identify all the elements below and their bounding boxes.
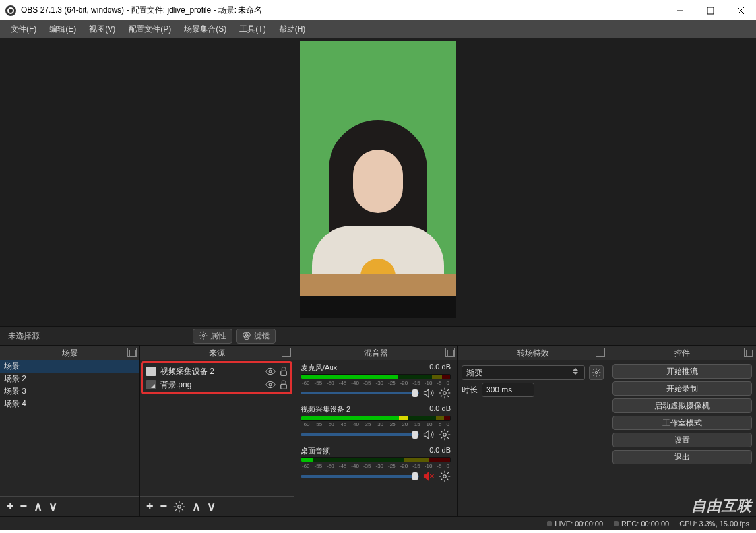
menu-edit[interactable]: 编辑(E)	[43, 24, 82, 35]
control-button[interactable]: 启动虚拟摄像机	[612, 398, 752, 413]
scene-item[interactable]: 场景	[0, 360, 139, 373]
camera-icon	[146, 367, 156, 376]
control-button[interactable]: 设置	[612, 433, 752, 447]
source-toolbar: 未选择源 属性 滤镜	[0, 326, 756, 346]
svg-point-17	[443, 475, 447, 478]
transition-settings-button[interactable]	[589, 365, 604, 380]
scenes-panel: 场景 场景 场景 2 场景 3 场景 4 + − ∧ ∨	[0, 346, 140, 516]
svg-point-8	[269, 370, 272, 373]
sources-panel: 来源 视频采集设备 2 背景.png + − ∧	[140, 346, 294, 516]
docks: 场景 场景 场景 2 场景 3 场景 4 + − ∧ ∨ 来源 视频采集设备 2	[0, 346, 756, 516]
svg-point-10	[269, 383, 272, 386]
svg-rect-9	[281, 371, 286, 375]
window-title: OBS 27.1.3 (64-bit, windows) - 配置文件: jdl…	[21, 5, 665, 16]
remove-scene-button[interactable]: −	[20, 499, 28, 513]
close-button[interactable]	[726, 0, 756, 20]
svg-point-14	[443, 433, 447, 437]
scene-item[interactable]: 场景 2	[0, 373, 139, 385]
preview-canvas[interactable]	[300, 41, 456, 318]
svg-point-4	[202, 334, 205, 337]
transitions-header: 转场特效	[458, 346, 608, 360]
popout-icon[interactable]	[744, 348, 753, 357]
move-down-button[interactable]: ∨	[49, 499, 57, 514]
image-icon	[146, 380, 156, 389]
control-button[interactable]: 退出	[612, 450, 752, 464]
volume-slider[interactable]	[301, 475, 419, 478]
remove-source-button[interactable]: −	[160, 499, 168, 513]
visibility-icon[interactable]	[265, 381, 276, 389]
source-settings-button[interactable]	[173, 501, 185, 513]
mixer-header: 混音器	[294, 346, 457, 360]
channel-name: 桌面音频	[301, 446, 330, 456]
channel-db: 0.0 dB	[429, 404, 451, 414]
transition-select[interactable]: 渐变	[462, 365, 585, 380]
no-source-label: 未选择源	[0, 330, 47, 342]
svg-rect-11	[281, 384, 286, 389]
status-live: LIVE: 00:00:00	[555, 520, 603, 528]
title-bar: OBS 27.1.3 (64-bit, windows) - 配置文件: jdl…	[0, 0, 756, 20]
duration-spin[interactable]: 300 ms	[482, 383, 534, 397]
volume-slider[interactable]	[301, 433, 419, 436]
controls-header: 控件	[608, 346, 756, 360]
channel-settings-button[interactable]	[439, 470, 451, 482]
menu-tools[interactable]: 工具(T)	[233, 24, 272, 35]
menu-profile[interactable]: 配置文件(P)	[122, 24, 177, 35]
source-item[interactable]: 背景.png	[144, 378, 289, 391]
sources-footer: + − ∧ ∨	[140, 496, 294, 516]
lock-icon[interactable]	[280, 380, 288, 389]
move-down-button[interactable]: ∨	[207, 499, 216, 514]
filters-button[interactable]: 滤镜	[236, 329, 276, 344]
control-button[interactable]: 开始推流	[612, 364, 752, 379]
popout-icon[interactable]	[596, 348, 605, 357]
channel-name: 视频采集设备 2	[301, 404, 350, 414]
maximize-button[interactable]	[695, 0, 726, 20]
preview-area[interactable]	[0, 38, 756, 326]
scenes-header: 场景	[0, 346, 139, 360]
menu-view[interactable]: 视图(V)	[82, 24, 122, 35]
watermark: 自由互联	[691, 496, 752, 516]
minimize-button[interactable]	[665, 0, 695, 20]
menu-bar: 文件(F) 编辑(E) 视图(V) 配置文件(P) 场景集合(S) 工具(T) …	[0, 20, 756, 38]
scenes-list[interactable]: 场景 场景 2 场景 3 场景 4	[0, 360, 139, 496]
scenes-footer: + − ∧ ∨	[0, 496, 139, 516]
control-button[interactable]: 开始录制	[612, 381, 752, 396]
mute-button[interactable]	[423, 387, 435, 399]
volume-slider[interactable]	[301, 392, 419, 394]
sources-header: 来源	[140, 346, 294, 360]
mute-button[interactable]	[423, 470, 435, 482]
highlight-box: 视频采集设备 2 背景.png	[141, 361, 292, 394]
popout-icon[interactable]	[127, 348, 137, 357]
popout-icon[interactable]	[282, 348, 291, 357]
move-up-button[interactable]: ∧	[34, 499, 42, 514]
source-item[interactable]: 视频采集设备 2	[144, 365, 289, 378]
svg-point-18	[595, 371, 598, 374]
menu-scenes[interactable]: 场景集合(S)	[177, 24, 233, 35]
menu-file[interactable]: 文件(F)	[4, 24, 43, 35]
visibility-icon[interactable]	[265, 367, 276, 375]
lock-icon[interactable]	[280, 367, 288, 376]
channel-db: 0.0 dB	[429, 363, 451, 373]
channel-settings-button[interactable]	[439, 429, 451, 441]
channel-settings-button[interactable]	[439, 387, 451, 399]
svg-point-12	[178, 505, 181, 508]
volume-meter	[301, 374, 451, 379]
svg-point-13	[443, 392, 447, 395]
scene-item[interactable]: 场景 4	[0, 398, 139, 410]
add-source-button[interactable]: +	[146, 499, 154, 513]
menu-help[interactable]: 帮助(H)	[272, 24, 313, 35]
live-dot-icon	[547, 521, 552, 526]
channel-name: 麦克风/Aux	[301, 363, 337, 373]
control-button[interactable]: 工作室模式	[612, 416, 752, 430]
status-bar: LIVE: 00:00:00 REC: 00:00:00 CPU: 3.3%, …	[0, 516, 756, 530]
move-up-button[interactable]: ∧	[192, 499, 201, 514]
properties-button[interactable]: 属性	[193, 329, 232, 344]
mute-button[interactable]	[423, 429, 435, 441]
popout-icon[interactable]	[445, 348, 455, 357]
mixer-channel: 视频采集设备 20.0 dB -60-55-50-45-40-35-30-25-…	[301, 404, 451, 441]
scene-item[interactable]: 场景 3	[0, 385, 139, 398]
mixer-channel: 桌面音频-0.0 dB -60-55-50-45-40-35-30-25-20-…	[301, 446, 451, 482]
rec-dot-icon	[614, 521, 619, 526]
mixer-channel: 麦克风/Aux0.0 dB -60-55-50-45-40-35-30-25-2…	[301, 363, 451, 399]
add-scene-button[interactable]: +	[7, 499, 14, 513]
transitions-panel: 转场特效 渐变 时长 300 ms	[458, 346, 608, 516]
